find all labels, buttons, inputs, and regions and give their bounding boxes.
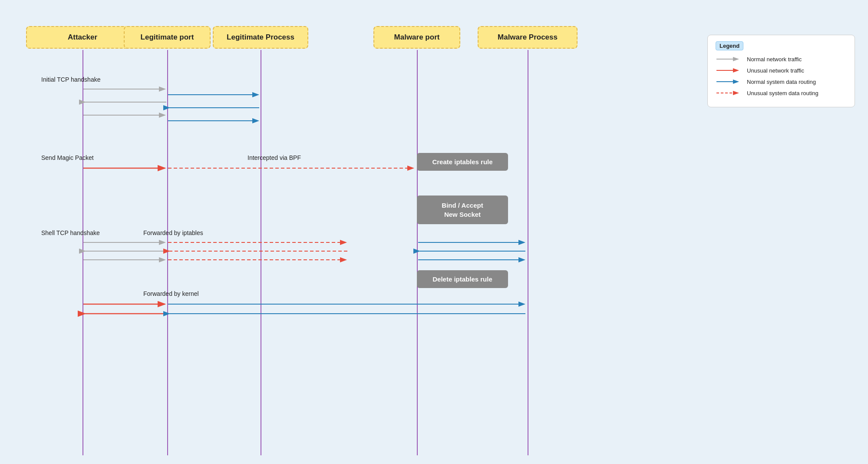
actor-malproc: Malware Process bbox=[478, 26, 578, 49]
diagram-container: Attacker Legitimate port Legitimate Proc… bbox=[0, 0, 868, 464]
actor-malport: Malware port bbox=[373, 26, 460, 49]
actor-legproc: Legitimate Process bbox=[213, 26, 308, 49]
legend-line-normal-system bbox=[716, 78, 742, 85]
legend-item-normal-system: Normal system data routing bbox=[716, 78, 847, 85]
lifeline-attacker bbox=[83, 50, 83, 455]
process-delete-iptables: Delete iptables rule bbox=[417, 270, 508, 288]
legend-label-unusual-system: Unusual system data routing bbox=[747, 90, 818, 96]
label-shell-tcp: Shell TCP handshake bbox=[41, 229, 100, 236]
legend-title: Legend bbox=[716, 41, 743, 50]
lifeline-malproc bbox=[528, 50, 528, 455]
process-create-iptables: Create iptables rule bbox=[417, 153, 508, 171]
label-initial-tcp: Initial TCP handshake bbox=[41, 76, 100, 83]
label-send-magic: Send Magic Packet bbox=[41, 154, 94, 161]
legend-label-unusual-network: Unusual network traffic bbox=[747, 67, 804, 74]
legend-label-normal-network: Normal network traffic bbox=[747, 56, 802, 63]
legend-item-unusual-system: Unusual system data routing bbox=[716, 89, 847, 96]
legend-item-unusual-network: Unusual network traffic bbox=[716, 67, 847, 74]
process-bind-accept: Bind / AcceptNew Socket bbox=[417, 196, 508, 224]
legend-line-unusual-system bbox=[716, 89, 742, 96]
actor-attacker: Attacker bbox=[26, 26, 139, 49]
label-intercepted: Intercepted via BPF bbox=[248, 154, 301, 161]
legend-line-normal-network bbox=[716, 56, 742, 63]
legend-item-normal-network: Normal network traffic bbox=[716, 56, 847, 63]
lifeline-legport bbox=[167, 50, 168, 455]
label-forwarded-iptables: Forwarded by iptables bbox=[143, 229, 203, 236]
lifeline-legproc bbox=[261, 50, 261, 455]
legend-line-unusual-network bbox=[716, 67, 742, 74]
actor-legport: Legitimate port bbox=[124, 26, 211, 49]
label-forwarded-kernel: Forwarded by kernel bbox=[143, 290, 199, 297]
legend-label-normal-system: Normal system data routing bbox=[747, 79, 816, 85]
lifeline-malport bbox=[417, 50, 418, 455]
legend-box: Legend Normal network traffic bbox=[707, 35, 855, 107]
